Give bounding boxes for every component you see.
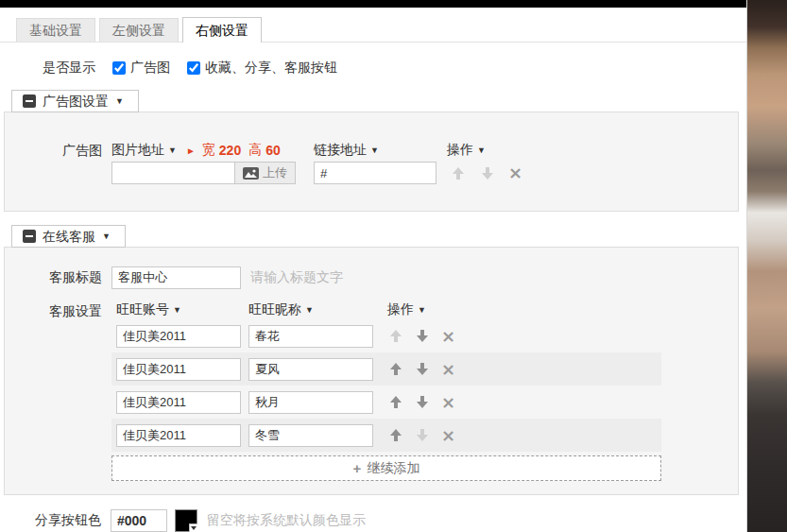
service-action-column-header[interactable]: 操作 ▼ xyxy=(387,301,426,318)
image-url-column: 图片地址 ▼ ► 宽 220 高 60 xyxy=(111,139,296,184)
ad-image-row-label: 广告图 xyxy=(5,139,102,184)
wangwang-account-input[interactable] xyxy=(116,391,241,414)
move-up-button[interactable] xyxy=(390,363,402,375)
chevron-down-icon: ▼ xyxy=(305,305,314,315)
share-color-input[interactable] xyxy=(111,509,167,532)
ad-action-column-header[interactable]: 操作 ▼ xyxy=(447,139,522,162)
image-url-input[interactable] xyxy=(111,162,235,184)
chevron-down-icon: ▼ xyxy=(477,146,486,155)
nick-header-label: 旺旺昵称 xyxy=(248,301,301,318)
image-url-header-label: 图片地址 xyxy=(111,142,164,159)
chevron-down-icon: ▼ xyxy=(168,146,177,155)
chevron-down-icon: ▼ xyxy=(370,146,379,155)
remove-button[interactable]: × xyxy=(441,327,455,346)
height-value: 60 xyxy=(265,143,281,158)
service-settings-label: 客服设置 xyxy=(5,300,102,481)
online-service-section: 在线客服 ▼ 客服标题 请输入标题文字 客服设置 旺旺账号 ▼ xyxy=(4,224,739,495)
tab-left-settings[interactable]: 左侧设置 xyxy=(99,18,179,42)
ad-image-section-header[interactable]: 广告图设置 ▼ xyxy=(11,90,139,112)
ad-image-checkbox-label: 广告图 xyxy=(130,60,170,77)
service-rows: × × × × xyxy=(111,319,661,452)
color-swatch[interactable] xyxy=(175,509,197,532)
wangwang-nick-input[interactable] xyxy=(248,325,373,348)
remove-button[interactable]: × xyxy=(441,393,455,412)
tab-basic-settings[interactable]: 基础设置 xyxy=(16,18,95,42)
wangwang-nick-input[interactable] xyxy=(248,424,373,447)
wangwang-nick-input[interactable] xyxy=(248,391,373,414)
move-down-button[interactable] xyxy=(482,167,493,180)
image-url-column-header[interactable]: 图片地址 ▼ ► 宽 220 高 60 xyxy=(111,139,296,162)
share-color-hint: 留空将按系统默认颜色显示 xyxy=(207,512,366,529)
service-title-input[interactable] xyxy=(111,266,241,289)
link-url-column-header[interactable]: 链接地址 ▼ xyxy=(314,139,436,162)
add-row-button[interactable]: + 继续添加 xyxy=(111,455,661,481)
move-down-button[interactable] xyxy=(417,429,428,441)
link-url-input[interactable] xyxy=(314,162,436,184)
collapse-icon xyxy=(23,94,36,108)
link-url-header-label: 链接地址 xyxy=(314,142,367,159)
move-down-button[interactable] xyxy=(417,330,428,342)
action-header-label: 操作 xyxy=(387,301,414,318)
tab-bar: 基础设置 左侧设置 右侧设置 xyxy=(0,17,746,43)
ad-image-section: 广告图设置 ▼ 广告图 图片地址 ▼ ► 宽 220 高 xyxy=(4,89,739,212)
remove-button[interactable]: × xyxy=(441,360,455,379)
action-header-label: 操作 xyxy=(447,142,473,159)
favorite-share-service-checkbox-group: 收藏、分享、客服按钮 xyxy=(187,60,337,77)
width-label: 宽 xyxy=(202,142,215,159)
service-title-label: 客服标题 xyxy=(5,269,102,286)
move-up-button[interactable] xyxy=(390,396,402,408)
promo-photo xyxy=(746,0,787,532)
image-icon xyxy=(243,167,259,180)
online-service-section-title: 在线客服 xyxy=(43,229,95,244)
display-toggle-row: 是否显示 广告图 收藏、分享、客服按钮 xyxy=(43,60,746,77)
top-black-bar xyxy=(0,0,787,8)
wangwang-account-input[interactable] xyxy=(116,424,241,447)
service-row: × xyxy=(111,319,661,352)
favorite-share-service-checkbox[interactable] xyxy=(187,61,200,75)
move-down-button[interactable] xyxy=(417,363,428,375)
move-up-button[interactable] xyxy=(390,330,402,342)
chevron-down-icon: ▼ xyxy=(115,94,124,109)
swatch-dropdown-icon xyxy=(189,523,197,532)
link-url-column: 链接地址 ▼ xyxy=(314,139,436,184)
plus-icon: + xyxy=(353,460,362,476)
chevron-down-icon: ▼ xyxy=(418,305,426,315)
online-service-section-body: 客服标题 请输入标题文字 客服设置 旺旺账号 ▼ 旺旺昵称 ▼ xyxy=(4,247,739,495)
ad-image-checkbox[interactable] xyxy=(112,61,126,75)
service-grid: 旺旺账号 ▼ 旺旺昵称 ▼ 操作 ▼ xyxy=(111,300,661,481)
settings-panel: 基础设置 左侧设置 右侧设置 是否显示 广告图 收藏、分享、客服按钮 广告图设置… xyxy=(0,17,746,532)
ad-action-column: 操作 ▼ × xyxy=(447,139,522,184)
ad-image-section-title: 广告图设置 xyxy=(43,94,109,109)
share-color-label: 分享按钮色 xyxy=(4,512,101,529)
display-toggle-label: 是否显示 xyxy=(43,60,95,77)
chevron-down-icon: ▼ xyxy=(102,229,111,244)
pointer-icon: ► xyxy=(186,146,196,156)
collapse-icon xyxy=(23,230,36,243)
wangwang-nick-input[interactable] xyxy=(248,358,373,381)
image-size-hint: ► 宽 220 高 60 xyxy=(186,142,288,159)
share-color-row: 分享按钮色 留空将按系统默认颜色显示 xyxy=(4,508,746,532)
remove-button[interactable]: × xyxy=(508,163,522,182)
remove-button[interactable]: × xyxy=(441,426,455,445)
width-value: 220 xyxy=(219,143,241,158)
move-down-button[interactable] xyxy=(417,396,428,408)
service-row: × xyxy=(111,419,661,452)
account-header-label: 旺旺账号 xyxy=(116,301,169,318)
service-title-hint: 请输入标题文字 xyxy=(250,269,343,286)
move-up-button[interactable] xyxy=(453,167,464,180)
ad-image-checkbox-group: 广告图 xyxy=(112,60,170,77)
ad-image-section-body: 广告图 图片地址 ▼ ► 宽 220 高 60 xyxy=(4,112,739,212)
wangwang-account-column-header[interactable]: 旺旺账号 ▼ xyxy=(116,301,248,318)
move-up-button[interactable] xyxy=(390,429,402,441)
online-service-section-header[interactable]: 在线客服 ▼ xyxy=(11,225,126,248)
add-row-button-label: 继续添加 xyxy=(367,460,419,477)
service-row: × xyxy=(111,352,661,386)
service-row: × xyxy=(111,386,661,419)
upload-button-label: 上传 xyxy=(263,164,287,181)
wangwang-nick-column-header[interactable]: 旺旺昵称 ▼ xyxy=(248,301,387,318)
tab-right-settings[interactable]: 右侧设置 xyxy=(182,17,262,43)
upload-button[interactable]: 上传 xyxy=(235,162,296,184)
wangwang-account-input[interactable] xyxy=(116,325,241,348)
wangwang-account-input[interactable] xyxy=(116,358,241,381)
favorite-share-service-checkbox-label: 收藏、分享、客服按钮 xyxy=(205,60,337,77)
